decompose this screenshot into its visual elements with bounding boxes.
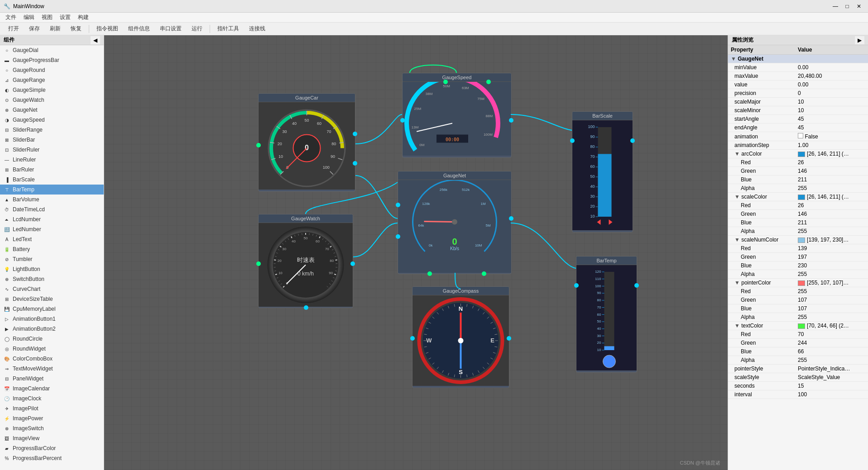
restore-button[interactable]: 恢复 — [66, 24, 86, 33]
bartemp-dot-right[interactable] — [634, 283, 639, 288]
sidebar-item-barvolume[interactable]: ▲BarVolume — [0, 195, 104, 204]
sidebar-item-lednumber[interactable]: 🔢LedNumber — [0, 224, 104, 234]
gauge-speed-dot-right[interactable] — [509, 118, 513, 123]
sidebar-item-barruler[interactable]: ⊞BarRuler — [0, 165, 104, 175]
prop-value[interactable]: 0 — [795, 89, 868, 98]
menu-file[interactable]: 文件 — [2, 13, 20, 22]
prop-value[interactable]: PointerStyle_Indica… — [795, 365, 868, 373]
sidebar-item-battery[interactable]: 🔋Battery — [0, 244, 104, 254]
sidebar-item-gaugedial[interactable]: ○GaugeDial — [0, 45, 104, 55]
run-button[interactable]: 运行 — [187, 24, 207, 33]
sidebar-item-sliderrange[interactable]: ⊟SliderRange — [0, 125, 104, 135]
sidebar-item-datetimelcd[interactable]: ⏱DateTimeLcd — [0, 204, 104, 214]
gauge-watch-dot-left[interactable] — [256, 261, 261, 266]
sidebar-item-gaugerange[interactable]: ⊿GaugeRange — [0, 75, 104, 85]
sidebar-item-gaugeround[interactable]: ○GaugeRound — [0, 65, 104, 75]
gauge-net-node[interactable]: GaugeNet — [398, 171, 512, 274]
canvas-area[interactable]: GaugeCar GaugeSpeed GaugeWatch — [104, 35, 728, 470]
gauge-net-dot-bottom-right[interactable] — [482, 271, 486, 276]
connect-line-button[interactable]: 连接线 — [245, 24, 270, 33]
bartemp-node[interactable]: BarTemp — [576, 256, 637, 373]
prop-value[interactable]: 15 — [795, 382, 868, 390]
menu-settings[interactable]: 设置 — [56, 13, 74, 22]
sidebar-item-gaugespeed[interactable]: ◑GaugeSpeed — [0, 115, 104, 125]
sidebar-item-cpumemorylabel[interactable]: 💾CpuMemoryLabel — [0, 304, 104, 314]
pointer-tool-button[interactable]: 指针工具 — [213, 24, 244, 33]
prop-value[interactable]: [255, 107, 107]… — [795, 279, 868, 287]
prop-value[interactable]: False — [795, 132, 868, 141]
prop-value[interactable]: [139, 197, 230]… — [795, 236, 868, 244]
gauge-speed-dot-top-left[interactable] — [443, 80, 448, 84]
sidebar-item-devicesizetable[interactable]: ⊞DeviceSizeTable — [0, 294, 104, 304]
sidebar-item-gaugeprogressbar[interactable]: ▬GaugeProgressBar — [0, 55, 104, 65]
sidebar-item-animationbutton1[interactable]: ▷AnimationButton1 — [0, 314, 104, 324]
serial-settings-button[interactable]: 串口设置 — [155, 24, 186, 33]
sidebar-item-sliderbar[interactable]: ⊠SliderBar — [0, 135, 104, 145]
sidebar-item-roundwidget[interactable]: ◎RoundWidget — [0, 344, 104, 354]
prop-value[interactable]: 0.00 — [795, 81, 868, 89]
prop-value[interactable]: 10 — [795, 98, 868, 106]
sidebar-item-lineruler[interactable]: —LineRuler — [0, 155, 104, 165]
sidebar-item-lcdnumber[interactable]: ⏶LcdNumber — [0, 214, 104, 224]
sidebar-item-lightbutton[interactable]: 💡LightButton — [0, 264, 104, 274]
barscale-node[interactable]: BarScale — [572, 111, 633, 233]
prop-value[interactable]: 45 — [795, 123, 868, 132]
gauge-compass-dot-left[interactable] — [410, 336, 415, 341]
sidebar-item-ledtext[interactable]: ALedText — [0, 234, 104, 244]
gauge-car-dot-right-bottom[interactable] — [353, 161, 357, 166]
sidebar-item-tumbler[interactable]: ⊘Tumbler — [0, 254, 104, 264]
sidebar-item-progressbarcolor[interactable]: ▰ProgressBarColor — [0, 443, 104, 453]
prop-value[interactable]: 0.00 — [795, 63, 868, 72]
barscale-dot-right[interactable] — [630, 138, 635, 143]
sidebar-item-barscale[interactable]: ▐BarScale — [0, 175, 104, 185]
property-toggle-button[interactable]: ▶ — [855, 36, 864, 44]
open-button[interactable]: 打开 — [4, 24, 24, 33]
sidebar-item-sliderruler[interactable]: ⊡SliderRuler — [0, 145, 104, 155]
gauge-speed-node[interactable]: GaugeSpeed — [402, 73, 512, 158]
gauge-car-dot-right-top[interactable] — [353, 132, 357, 136]
panel-toggle-button[interactable]: ◀ — [91, 36, 100, 44]
gauge-watch-dot-right[interactable] — [350, 261, 355, 266]
menu-build[interactable]: 构建 — [74, 13, 92, 22]
gauge-net-dot-bottom-left[interactable] — [427, 271, 432, 276]
sidebar-item-imagecalendar[interactable]: 📅ImageCalendar — [0, 384, 104, 394]
sidebar-item-gaugesimple[interactable]: ◐GaugeSimple — [0, 85, 104, 95]
sidebar-item-imageswitch[interactable]: ⊗ImageSwitch — [0, 423, 104, 433]
gauge-compass-dot-right[interactable] — [507, 336, 511, 341]
checkbox-false[interactable] — [798, 133, 803, 138]
gauge-speed-dot-left[interactable] — [400, 118, 405, 123]
refresh-button[interactable]: 刷新 — [45, 24, 65, 33]
sidebar-item-textmovewidget[interactable]: ⇒TextMoveWidget — [0, 364, 104, 374]
prop-value[interactable]: [26, 146, 211] (… — [795, 150, 868, 158]
bartemp-dot-left[interactable] — [574, 283, 579, 288]
barscale-dot-left[interactable] — [570, 138, 575, 143]
prop-value[interactable]: 10 — [795, 106, 868, 115]
sidebar-item-panelwidget[interactable]: ⊟PanelWidget — [0, 374, 104, 384]
sidebar-item-roundcircle[interactable]: ◯RoundCircle — [0, 334, 104, 344]
gauge-compass-node[interactable]: GaugeCompass — [412, 286, 509, 388]
prop-value[interactable]: ScaleStyle_Value — [795, 373, 868, 382]
prop-value[interactable]: [70, 244, 66] (2… — [795, 322, 868, 330]
gauge-watch-dot-bottom[interactable] — [304, 305, 308, 310]
maximize-button[interactable]: □ — [842, 2, 853, 10]
component-info-button[interactable]: 组件信息 — [124, 24, 154, 33]
sidebar-item-animationbutton2[interactable]: ▶AnimationButton2 — [0, 324, 104, 334]
gauge-net-dot-left-top[interactable] — [396, 203, 400, 207]
prop-value[interactable]: 1.00 — [795, 141, 868, 150]
sidebar-item-bartemp[interactable]: ⊤BarTemp — [0, 185, 104, 195]
save-button[interactable]: 保存 — [24, 24, 44, 33]
sidebar-item-imagepilot[interactable]: ✈ImagePilot — [0, 404, 104, 413]
sidebar-item-gaugenet[interactable]: ⊗GaugeNet — [0, 105, 104, 115]
gauge-speed-dot-top-right[interactable] — [486, 80, 491, 84]
sidebar-item-colorcombobox[interactable]: 🎨ColorComboBox — [0, 354, 104, 364]
sidebar-item-imageclock[interactable]: 🕐ImageClock — [0, 394, 104, 404]
cmd-view-button[interactable]: 指令视图 — [92, 24, 123, 33]
sidebar-item-curvechart[interactable]: ∿CurveChart — [0, 284, 104, 294]
prop-value[interactable]: 100 — [795, 390, 868, 399]
menu-view[interactable]: 视图 — [38, 13, 56, 22]
gauge-watch-node[interactable]: GaugeWatch — [258, 214, 353, 308]
prop-value[interactable]: [26, 146, 211] (… — [795, 193, 868, 201]
sidebar-item-gaugewatch[interactable]: ⊙GaugeWatch — [0, 95, 104, 105]
prop-value[interactable]: 45 — [795, 115, 868, 123]
sidebar-item-progressbarpercent[interactable]: %ProgressBarPercent — [0, 453, 104, 463]
